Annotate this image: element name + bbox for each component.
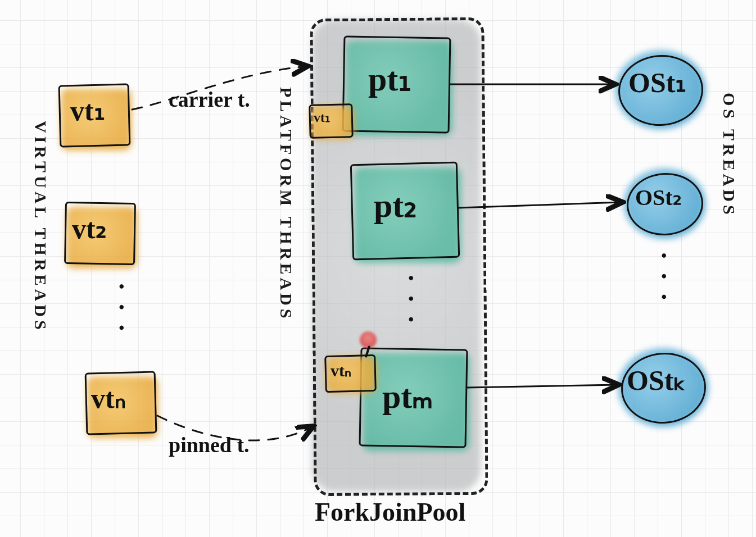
ost2-label: OSt₂: [635, 184, 682, 211]
platform-threads-column-label: PLATFORM THREADS: [277, 87, 296, 321]
diagram-canvas: VIRTUAL THREADS PLATFORM THREADS OS TREA…: [0, 0, 756, 537]
pinned-thread-label: pinned t.: [169, 433, 250, 457]
ostk-label: OStₖ: [627, 364, 685, 397]
vt-ellipsis: • • •: [112, 284, 130, 336]
pt2-label: pt₂: [374, 185, 417, 225]
carrier-thread-label: carrier t.: [169, 87, 250, 112]
pt1-mounted-vt-label: vt₁: [314, 110, 331, 125]
virtual-threads-column-label: VIRTUAL THREADS: [31, 121, 50, 333]
forkjoin-pool-label: ForkJoinPool: [315, 497, 465, 527]
vt2-label: vt₂: [72, 212, 107, 245]
ost1-label: OSt₁: [628, 66, 686, 99]
pt1-label: pt₁: [368, 59, 411, 99]
vtn-label: vtₙ: [91, 382, 126, 415]
pt-ellipsis: • • •: [402, 275, 420, 327]
ptm-mounted-vt-label: vtₙ: [331, 361, 351, 380]
svg-line-2: [467, 385, 617, 388]
os-threads-column-label: OS TREADS: [719, 93, 739, 218]
ptm-label: ptₘ: [382, 376, 433, 416]
ost-ellipsis: • • •: [655, 253, 673, 305]
vt1-label: vt₁: [70, 94, 105, 127]
